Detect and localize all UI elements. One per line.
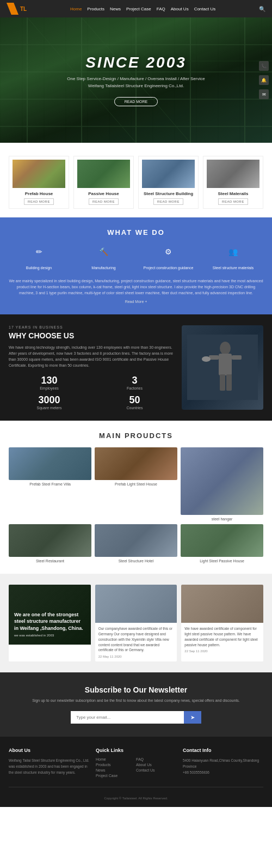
hero-title: SINCE 2003 [67, 54, 205, 71]
footer-link-contact[interactable]: Contact Us [136, 768, 176, 772]
product-name-2: Passive House [88, 191, 119, 196]
product-image-4 [207, 160, 259, 188]
why-inner: 17 YEARS IN BUSINESS WHY CHOOSE US We ha… [9, 325, 263, 410]
main-products-section: MAIN PROUDCTS Prefab Steel Frame Villa P… [0, 421, 272, 574]
materials-icon: 👥 [226, 244, 241, 259]
mp-card-1: Prefab Steel Frame Villa [9, 447, 91, 521]
worker-svg [187, 335, 258, 400]
product-card-2: Passive House READ MORE [73, 156, 134, 209]
footer-link-about[interactable]: About Us [136, 763, 176, 767]
logo-icon [7, 3, 18, 15]
service-name-3: Project construction guidance [144, 266, 194, 270]
nav-contact[interactable]: Contact Us [194, 7, 216, 11]
product-name-4: Steel Materails [218, 191, 248, 196]
footer-link-faq[interactable]: FAQ [136, 757, 176, 761]
product-readmore-1[interactable]: READ MORE [24, 198, 54, 205]
news-date-2: 22 Sep 11 2020 [184, 650, 260, 653]
bell-icon[interactable]: 🔔 [259, 75, 269, 85]
mp-card-6: Light Steel Passive House [181, 524, 263, 563]
service-name-2: Manufacturing [91, 266, 115, 270]
stat-factories-number: 3 [94, 375, 175, 386]
services-grid: ✏ Building design 🔨 Manufacturing ⚙ Proj… [9, 244, 263, 271]
search-icon[interactable]: 🔍 [259, 6, 265, 12]
mp-name-3: steel hangar [181, 517, 263, 521]
email-icon[interactable]: ✉ [259, 89, 269, 99]
mp-name-6: Light Steel Passive House [181, 559, 263, 563]
main-products-grid: Prefab Steel Frame Villa Prefab Light St… [9, 447, 263, 563]
phone-icon[interactable]: 📞 [259, 61, 269, 71]
news-card-2: We have awarded certificate of component… [181, 585, 263, 661]
footer-link-home[interactable]: Home [96, 757, 136, 761]
mp-card-5: Steel Structure Hotel [95, 524, 177, 563]
hero-readmore-button[interactable]: READ MORE [114, 97, 158, 106]
footer-contact-address: 5400 Haianyuan Road,Chinas County,Shando… [183, 757, 263, 769]
main-products-title: MAIN PROUDCTS [9, 432, 263, 440]
stat-employees-number: 130 [9, 375, 90, 386]
newsletter-submit-button[interactable]: ➤ [184, 711, 201, 724]
svg-point-19 [202, 356, 211, 362]
why-image [182, 325, 263, 410]
product-readmore-2[interactable]: READ MORE [89, 198, 119, 205]
logo-text: TL [20, 6, 27, 12]
stat-employees-label: Employees [9, 386, 90, 390]
stat-employees: 130 Employees [9, 375, 90, 390]
news-text-2: We have awarded certificate of component… [184, 626, 260, 647]
footer-grid: About Us Weifang Tailai Steel Structure … [9, 748, 263, 779]
service-building-design: ✏ Building design [9, 244, 69, 271]
nav-about[interactable]: About Us [171, 7, 189, 11]
service-materials: 👥 Steel structure materials [203, 244, 263, 271]
stat-factories: 3 Factories [94, 375, 175, 390]
news-main-title: We are one of the strongest steel struct… [14, 611, 85, 632]
newsletter-description: Sign up to our newsletter subscription a… [9, 697, 263, 703]
mp-name-1: Prefab Steel Frame Villa [9, 482, 91, 486]
newsletter-section: Subscribe to Our Newsletter Sign up to o… [0, 672, 272, 737]
news-date-1: 22 May 11 2020 [98, 655, 174, 658]
mp-image-2 [95, 447, 177, 480]
nav-project[interactable]: Project Case [126, 7, 151, 11]
hero-subtitle: One Step Service-Design / Manufacture / … [67, 76, 205, 90]
news-section: We are one of the strongest steel struct… [0, 574, 272, 672]
mp-image-4 [9, 524, 91, 557]
footer-contact: Contact Info 5400 Haianyuan Road,Chinas … [183, 748, 263, 779]
nav-home[interactable]: Home [70, 7, 82, 11]
product-name-3: Steel Structure Building [144, 191, 193, 196]
nav-news[interactable]: News [110, 7, 121, 11]
stat-sqmeters: 3000 Square meters [9, 394, 90, 410]
product-readmore-4[interactable]: READ MORE [218, 198, 248, 205]
product-readmore-3[interactable]: READ MORE [153, 198, 183, 205]
footer-quicklinks-title: Quick Links [96, 748, 176, 753]
product-image-2 [77, 160, 130, 188]
logo[interactable]: TL [7, 3, 27, 15]
footer-about-title: About Us [9, 748, 89, 753]
what-we-do-title: WHAT WE DO [9, 228, 263, 236]
what-readmore[interactable]: Read More + [9, 300, 263, 304]
news-main-bg: We are one of the strongest steel struct… [9, 585, 91, 645]
why-tag: 17 YEARS IN BUSINESS [9, 325, 175, 329]
news-content-1: Our companyhave awarded certificate of t… [95, 623, 177, 661]
building-design-icon: ✏ [32, 244, 47, 259]
why-title: WHY CHOOSE US [9, 331, 175, 340]
footer-link-news[interactable]: News [96, 768, 136, 772]
mp-name-4: Steel Restaurant [9, 559, 91, 563]
svg-rect-18 [226, 374, 232, 391]
product-name-1: Prefab House [25, 191, 53, 196]
newsletter-email-input[interactable] [71, 711, 184, 724]
why-description: We have strong technology strength, incl… [9, 344, 175, 369]
nav-products[interactable]: Products [87, 7, 104, 11]
products-section: Prefab House READ MORE Passive House REA… [0, 143, 272, 217]
footer-bottom: Copyright © Tailaisteel. All Rights Rese… [9, 787, 263, 802]
footer-link-products[interactable]: Products [96, 763, 136, 767]
mp-card-4: Steel Restaurant [9, 524, 91, 563]
news-text-1: Our companyhave awarded certificate of t… [98, 626, 174, 653]
nav-links: Home Products News Project Case FAQ Abou… [70, 7, 215, 11]
footer-contact-phone: +86 5035556836 [183, 769, 263, 775]
stat-countries: 50 Countries [94, 394, 175, 410]
mp-image-1 [9, 447, 91, 480]
hero-section: SINCE 2003 One Step Service-Design / Man… [0, 17, 272, 143]
service-manufacturing: 🔨 Manufacturing [73, 244, 134, 271]
navbar: TL Home Products News Project Case FAQ A… [0, 0, 272, 17]
footer-link-project[interactable]: Project Case [96, 774, 136, 778]
why-left: 17 YEARS IN BUSINESS WHY CHOOSE US We ha… [9, 325, 175, 410]
nav-faq[interactable]: FAQ [157, 7, 165, 11]
product-card-4: Steel Materails READ MORE [203, 156, 263, 209]
